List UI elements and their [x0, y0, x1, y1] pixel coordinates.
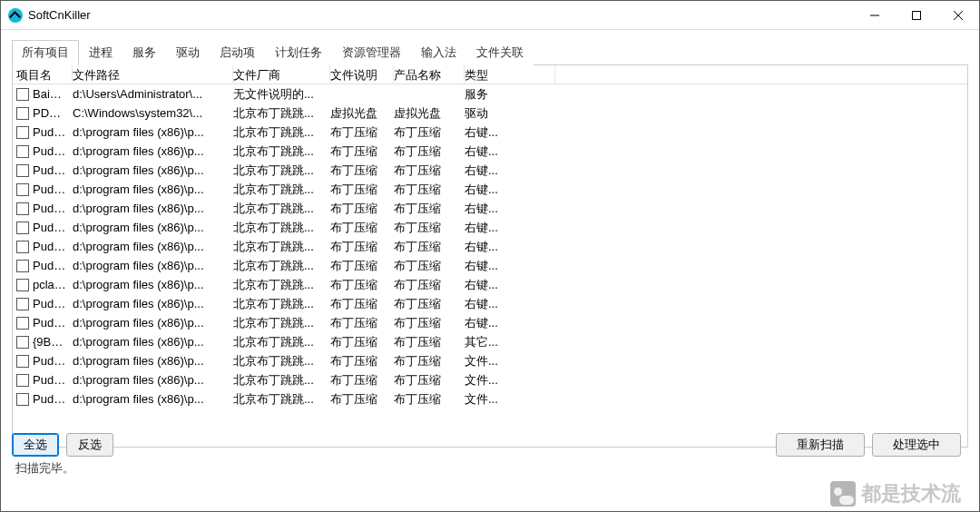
- rescan-button[interactable]: 重新扫描: [776, 433, 865, 457]
- table-row[interactable]: Pudd...d:\program files (x86)\p...北京布丁跳跳…: [13, 161, 967, 180]
- col-vendor[interactable]: 文件厂商: [233, 65, 330, 84]
- table-row[interactable]: Pudd...d:\program files (x86)\p...北京布丁跳跳…: [13, 313, 967, 332]
- tab-bar: 所有项目进程服务驱动启动项计划任务资源管理器输入法文件关联: [12, 39, 968, 65]
- table-row[interactable]: Pudd...d:\program files (x86)\p...北京布丁跳跳…: [13, 237, 967, 256]
- table-row[interactable]: Pudd...d:\program files (x86)\p...北京布丁跳跳…: [13, 218, 967, 237]
- row-checkbox[interactable]: [16, 241, 29, 253]
- tab-8[interactable]: 文件关联: [466, 40, 534, 65]
- select-all-button[interactable]: 全选: [12, 433, 59, 457]
- row-checkbox[interactable]: [16, 222, 29, 234]
- row-checkbox[interactable]: [16, 202, 29, 215]
- cell-name: Pudd...: [33, 161, 67, 180]
- invert-button[interactable]: 反选: [66, 433, 113, 457]
- row-checkbox[interactable]: [16, 88, 29, 101]
- cell-desc: 布丁压缩: [330, 256, 394, 275]
- cell-type: 右键...: [465, 142, 555, 161]
- cell-desc: 布丁压缩: [330, 123, 394, 142]
- tab-4[interactable]: 启动项: [210, 40, 265, 65]
- table-body[interactable]: Baidu...d:\Users\Administrator\...无文件说明的…: [13, 84, 967, 447]
- row-checkbox[interactable]: [16, 374, 29, 387]
- row-checkbox[interactable]: [16, 164, 29, 177]
- tab-7[interactable]: 输入法: [411, 40, 466, 65]
- row-checkbox[interactable]: [16, 298, 29, 310]
- cell-type: 右键...: [465, 275, 555, 294]
- table-row[interactable]: Pudd...d:\program files (x86)\p...北京布丁跳跳…: [13, 256, 967, 275]
- cell-product: 虚拟光盘: [394, 103, 465, 123]
- cell-product: 布丁压缩: [394, 370, 465, 389]
- table-row[interactable]: Pudd...d:\program files (x86)\p...北京布丁跳跳…: [13, 389, 967, 409]
- table-row[interactable]: {9B8...d:\program files (x86)\p...北京布丁跳跳…: [13, 332, 967, 351]
- row-checkbox[interactable]: [16, 393, 29, 406]
- tab-1[interactable]: 进程: [79, 40, 122, 65]
- tab-5[interactable]: 计划任务: [265, 40, 332, 65]
- cell-desc: 布丁压缩: [330, 389, 394, 409]
- table-row[interactable]: Pudd...d:\program files (x86)\p...北京布丁跳跳…: [13, 123, 967, 142]
- close-button[interactable]: [937, 1, 979, 30]
- cell-type: 右键...: [465, 161, 555, 180]
- row-checkbox[interactable]: [16, 317, 29, 330]
- cell-type: 右键...: [465, 199, 555, 218]
- cell-vendor: 北京布丁跳跳...: [233, 103, 330, 123]
- row-checkbox[interactable]: [16, 183, 29, 196]
- col-name[interactable]: 项目名: [13, 65, 73, 84]
- row-checkbox[interactable]: [16, 279, 29, 291]
- row-checkbox[interactable]: [16, 336, 29, 349]
- cell-vendor: 北京布丁跳跳...: [233, 332, 330, 351]
- cell-type: 右键...: [465, 313, 555, 332]
- cell-product: 布丁压缩: [394, 123, 465, 142]
- cell-name: Pudd...: [33, 351, 67, 370]
- table-row[interactable]: Pudd...d:\program files (x86)\p...北京布丁跳跳…: [13, 370, 967, 389]
- app-window: SoftCnKiller 所有项目进程服务驱动启动项计划任务资源管理器输入法文件…: [0, 0, 980, 512]
- cell-name: {9B8...: [33, 332, 67, 351]
- table-row[interactable]: Baidu...d:\Users\Administrator\...无文件说明的…: [13, 84, 967, 103]
- cell-product: 布丁压缩: [394, 237, 465, 256]
- tab-6[interactable]: 资源管理器: [332, 40, 411, 65]
- table-row[interactable]: Pudd...d:\program files (x86)\p...北京布丁跳跳…: [13, 294, 967, 313]
- cell-name: Pudd...: [33, 370, 67, 389]
- cell-type: 右键...: [465, 294, 555, 313]
- watermark: 都是技术流: [830, 480, 961, 507]
- col-desc[interactable]: 文件说明: [330, 65, 394, 84]
- cell-desc: 布丁压缩: [330, 351, 394, 370]
- table-row[interactable]: Pudd...d:\program files (x86)\p...北京布丁跳跳…: [13, 180, 967, 199]
- cell-path: d:\program files (x86)\p...: [73, 256, 233, 275]
- table-row[interactable]: Pudd...d:\program files (x86)\p...北京布丁跳跳…: [13, 199, 967, 218]
- window-title: SoftCnKiller: [28, 8, 91, 22]
- table-row[interactable]: Pudd...d:\program files (x86)\p...北京布丁跳跳…: [13, 351, 967, 370]
- col-type[interactable]: 类型: [465, 65, 555, 84]
- title-bar[interactable]: SoftCnKiller: [1, 1, 979, 30]
- row-checkbox[interactable]: [16, 355, 29, 368]
- cell-name: Pudd...: [33, 294, 67, 313]
- cell-product: 布丁压缩: [394, 161, 465, 180]
- maximize-button[interactable]: [896, 1, 937, 30]
- row-checkbox[interactable]: [16, 145, 29, 158]
- cell-desc: 布丁压缩: [330, 294, 394, 313]
- table-row[interactable]: PD15...C:\Windows\system32\...北京布丁跳跳...虚…: [13, 103, 967, 123]
- cell-product: 布丁压缩: [394, 218, 465, 237]
- cell-type: 右键...: [465, 123, 555, 142]
- cell-name: Pudd...: [33, 142, 67, 161]
- cell-name: Pudd...: [33, 180, 67, 199]
- table-row[interactable]: Pudd...d:\program files (x86)\p...北京布丁跳跳…: [13, 142, 967, 161]
- tab-2[interactable]: 服务: [122, 40, 166, 65]
- cell-path: d:\program files (x86)\p...: [73, 142, 233, 161]
- row-checkbox[interactable]: [16, 126, 29, 139]
- cell-product: 布丁压缩: [394, 313, 465, 332]
- process-button[interactable]: 处理选中: [872, 433, 961, 457]
- table-row[interactable]: pclau...d:\program files (x86)\p...北京布丁跳…: [13, 275, 967, 294]
- row-checkbox[interactable]: [16, 107, 29, 120]
- cell-name: Pudd...: [33, 256, 67, 275]
- cell-product: 布丁压缩: [394, 389, 465, 409]
- cell-product: 布丁压缩: [394, 332, 465, 351]
- row-checkbox[interactable]: [16, 260, 29, 272]
- cell-name: Pudd...: [33, 123, 67, 142]
- col-product[interactable]: 产品名称: [394, 65, 465, 84]
- tab-0[interactable]: 所有项目: [12, 40, 79, 65]
- cell-path: d:\program files (x86)\p...: [73, 237, 233, 256]
- cell-desc: 布丁压缩: [330, 313, 394, 332]
- tab-3[interactable]: 驱动: [166, 40, 210, 65]
- minimize-button[interactable]: [854, 1, 896, 30]
- cell-vendor: 北京布丁跳跳...: [233, 237, 330, 256]
- cell-name: Pudd...: [33, 199, 67, 218]
- col-path[interactable]: 文件路径: [73, 65, 233, 84]
